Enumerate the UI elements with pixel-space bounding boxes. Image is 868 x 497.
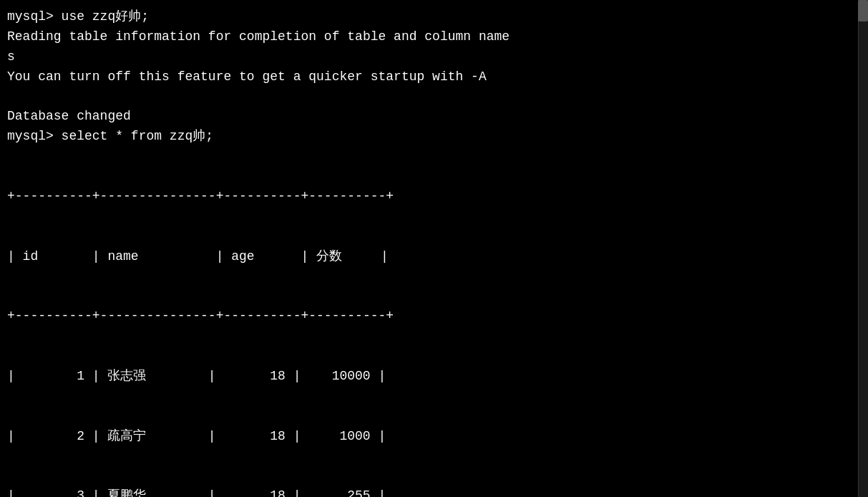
table-row-3: | 3 | 夏鹏华 | 18 | 255 |	[7, 486, 858, 497]
table-sep-top: +----------+---------------+----------+-…	[7, 187, 858, 207]
line-2: Reading table information for completion…	[7, 27, 858, 47]
line-select: mysql> select * from zzq帅;	[7, 127, 858, 147]
line-db-changed: Database changed	[7, 107, 858, 127]
line-1: mysql> use zzq好帅;	[7, 7, 858, 27]
line-3: s	[7, 47, 858, 67]
scrollbar[interactable]	[858, 0, 868, 497]
table-row-1: | 1 | 张志强 | 18 | 10000 |	[7, 367, 858, 387]
scrollbar-thumb[interactable]	[858, 0, 868, 21]
line-4: You can turn off this feature to get a q…	[7, 67, 858, 87]
table-header: | id | name | age | 分数 |	[7, 247, 858, 267]
query-result-table: +----------+---------------+----------+-…	[7, 147, 858, 497]
terminal-window: mysql> use zzq好帅; Reading table informat…	[0, 0, 868, 497]
table-row-2: | 2 | 疏高宁 | 18 | 1000 |	[7, 427, 858, 447]
table-sep-header: +----------+---------------+----------+-…	[7, 307, 858, 327]
empty-line-1	[7, 87, 858, 107]
